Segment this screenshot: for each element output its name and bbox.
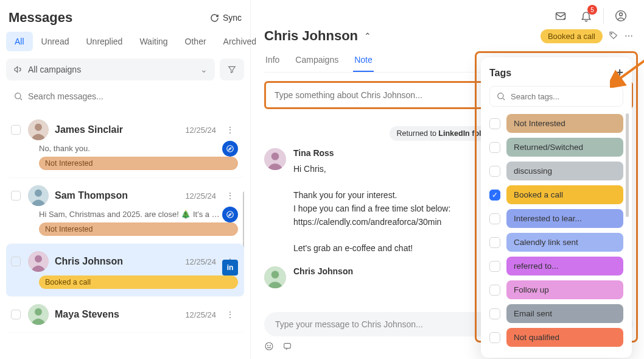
svg-point-5 — [35, 190, 42, 197]
tag-option[interactable]: Email sent — [489, 304, 623, 323]
tag-checkbox[interactable] — [489, 237, 500, 248]
tag-option[interactable]: Follow up — [489, 280, 623, 299]
svg-point-2 — [35, 124, 42, 131]
sub-tab-info[interactable]: Info — [264, 55, 281, 72]
search-messages-input[interactable] — [28, 91, 237, 101]
compose-placeholder: Type your message to Chris Johnson... — [275, 319, 423, 329]
select-conversation-checkbox[interactable] — [11, 125, 21, 135]
add-tag-button[interactable]: + — [616, 66, 623, 80]
sync-icon — [210, 13, 219, 23]
chat-icon — [282, 341, 292, 351]
conversation-tag: Booked a call — [39, 275, 238, 289]
tag-option[interactable]: discussing — [489, 162, 623, 180]
select-conversation-checkbox[interactable] — [11, 257, 21, 266]
filter-tab-waiting[interactable]: Waiting — [131, 32, 176, 51]
tag-checkbox[interactable] — [489, 332, 500, 343]
contact-name: Chris Johnson — [264, 28, 358, 44]
campaigns-dropdown[interactable]: All campaigns ⌄ — [6, 59, 215, 80]
sub-tab-campaigns[interactable]: Campaigns — [294, 55, 340, 72]
svg-point-18 — [271, 271, 279, 279]
smile-icon — [264, 341, 274, 351]
tag-button[interactable] — [609, 30, 618, 42]
tag-chip[interactable]: Follow up — [506, 280, 623, 299]
tag-chip[interactable]: referred to... — [506, 257, 623, 275]
filter-tab-other[interactable]: Other — [177, 32, 215, 51]
svg-point-20 — [268, 345, 268, 346]
sync-button[interactable]: Sync — [210, 13, 242, 23]
funnel-icon — [227, 65, 237, 74]
tag-chip[interactable]: discussing — [506, 162, 623, 180]
conversation-item[interactable]: Chris Johnson12/25/24⋮Booked a callin — [6, 244, 244, 297]
campaigns-label: All campaigns — [28, 65, 81, 74]
filter-button[interactable] — [220, 59, 244, 80]
user-icon — [615, 10, 627, 22]
filter-tab-unreplied[interactable]: Unreplied — [77, 32, 131, 51]
tag-option[interactable]: Not qualified — [489, 328, 623, 347]
filter-tab-unread[interactable]: Unread — [33, 32, 78, 51]
tag-chip[interactable]: Calendly link sent — [506, 233, 623, 252]
tags-search[interactable] — [489, 86, 623, 107]
tag-chip[interactable]: Email sent — [506, 304, 623, 323]
avatar — [264, 266, 286, 288]
tag-option[interactable]: Calendly link sent — [489, 233, 623, 252]
message-author: Tina Ross — [293, 148, 450, 158]
conversation-detail: 5 Chris Johnson ⌃ Booked a call ⋯ InfoCa… — [251, 0, 644, 359]
collapse-contact-button[interactable]: ⌃ — [364, 31, 371, 41]
conversation-more-button[interactable]: ⋮ — [222, 310, 238, 319]
tag-option[interactable]: Interested to lear... — [489, 209, 623, 228]
avatar — [28, 185, 49, 206]
svg-point-10 — [35, 308, 42, 316]
tag-checkbox[interactable] — [489, 142, 500, 153]
tags-search-input[interactable] — [511, 92, 617, 101]
tag-option[interactable]: Booked a call — [489, 185, 623, 204]
notifications-count: 5 — [587, 5, 597, 15]
conversation-more-button[interactable]: ⋮ — [222, 125, 238, 135]
tag-checkbox[interactable] — [489, 261, 500, 272]
tag-option[interactable]: referred to... — [489, 257, 623, 275]
mail-icon — [555, 10, 567, 22]
tag-checkbox[interactable] — [489, 308, 500, 319]
tag-checkbox[interactable] — [489, 285, 500, 296]
conversation-name: Chris Johnson — [55, 256, 123, 267]
svg-point-8 — [35, 255, 42, 263]
tag-checkbox[interactable] — [489, 213, 500, 224]
tag-chip[interactable]: Booked a call — [506, 185, 623, 204]
tags-scrollbar[interactable] — [626, 113, 629, 217]
tag-checkbox[interactable] — [489, 166, 500, 177]
tag-chip[interactable]: Returned/Switched — [506, 138, 623, 157]
tag-chip[interactable]: Interested to lear... — [506, 209, 623, 228]
tag-chip[interactable]: Not qualified — [506, 328, 623, 347]
profile-button[interactable] — [612, 7, 629, 24]
compose-mail-button[interactable] — [552, 7, 569, 24]
svg-point-16 — [271, 152, 279, 160]
search-messages[interactable] — [6, 87, 244, 106]
template-button[interactable] — [282, 341, 292, 353]
search-icon — [13, 91, 23, 101]
conversation-name: James Sinclair — [55, 124, 123, 135]
svg-point-13 — [620, 13, 623, 16]
avatar — [28, 119, 49, 140]
select-conversation-checkbox[interactable] — [11, 191, 21, 201]
conversation-name: Maya Stevens — [55, 309, 119, 320]
tag-option[interactable]: Not Interested — [489, 114, 623, 133]
select-conversation-checkbox[interactable] — [11, 310, 21, 319]
conversation-item[interactable]: Maya Stevens12/25/24⋮ — [6, 297, 244, 333]
conversation-item[interactable]: Sam Thompson12/25/24⋮Hi Sam, Christmas a… — [6, 178, 244, 244]
filter-tab-all[interactable]: All — [6, 32, 33, 51]
avatar — [28, 304, 49, 325]
tag-checkbox[interactable] — [489, 190, 500, 201]
svg-point-23 — [498, 93, 503, 99]
notifications-button[interactable]: 5 — [578, 7, 595, 24]
tag-chip[interactable]: Not Interested — [506, 114, 623, 133]
emoji-button[interactable] — [264, 341, 274, 353]
contact-tag-pill[interactable]: Booked a call — [541, 29, 603, 43]
avatar — [28, 251, 49, 272]
contact-more-button[interactable]: ⋯ — [625, 31, 633, 41]
sub-tab-note[interactable]: Note — [353, 55, 374, 72]
tag-checkbox[interactable] — [489, 118, 500, 129]
tag-option[interactable]: Returned/Switched — [489, 138, 623, 157]
messages-panel: Messages Sync AllUnreadUnrepliedWaitingO… — [0, 0, 251, 359]
conversation-more-button[interactable]: ⋮ — [222, 191, 238, 201]
conversation-item[interactable]: James Sinclair12/25/24⋮No, thank you.Not… — [6, 112, 244, 178]
messages-title: Messages — [9, 10, 72, 26]
